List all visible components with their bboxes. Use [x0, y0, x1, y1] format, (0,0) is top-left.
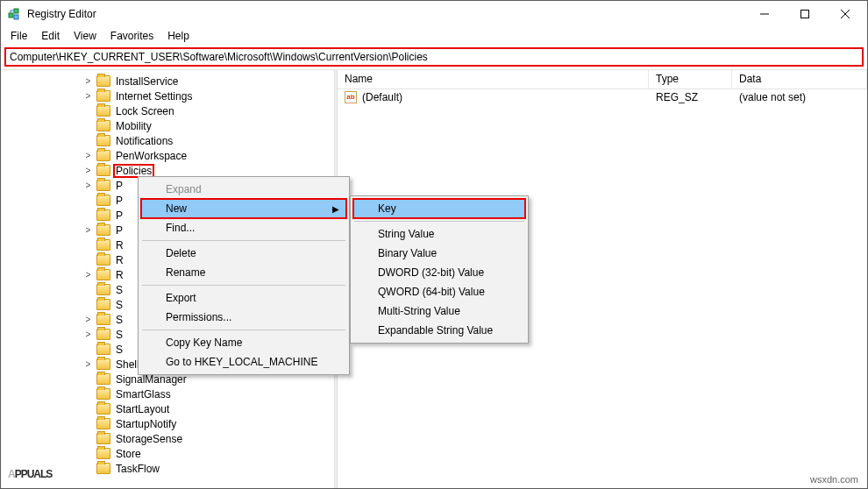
- tree-label: S: [114, 344, 125, 356]
- folder-icon: [96, 329, 110, 340]
- folder-icon: [96, 195, 110, 206]
- tree-label: TaskFlow: [114, 463, 161, 475]
- folder-icon: [96, 418, 110, 429]
- expand-icon[interactable]: >: [83, 330, 93, 339]
- menu-item[interactable]: Copy Key Name: [141, 333, 346, 352]
- tree-item[interactable]: Mobility: [82, 118, 334, 133]
- expand-icon[interactable]: >: [83, 315, 93, 324]
- tree-item[interactable]: StorageSense: [82, 431, 334, 446]
- folder-icon: [96, 180, 110, 191]
- menu-edit[interactable]: Edit: [35, 28, 66, 44]
- address-bar[interactable]: Computer\HKEY_CURRENT_USER\Software\Micr…: [4, 47, 864, 67]
- menu-help[interactable]: Help: [161, 28, 196, 44]
- context-menu: ExpandNew▶Find...DeleteRenameExportPermi…: [138, 176, 350, 375]
- tree-label: S: [114, 299, 125, 311]
- menu-item[interactable]: Binary Value: [353, 244, 525, 263]
- tree-item[interactable]: StartupNotify: [82, 416, 334, 431]
- expand-icon[interactable]: >: [83, 166, 93, 175]
- folder-icon: [96, 463, 110, 474]
- menu-item[interactable]: String Value: [353, 224, 525, 244]
- menu-view[interactable]: View: [68, 28, 103, 44]
- folder-icon: [96, 314, 110, 325]
- tree-label: InstallService: [114, 75, 180, 88]
- menu-item[interactable]: Multi-String Value: [353, 301, 525, 321]
- expand-icon[interactable]: >: [83, 91, 93, 101]
- context-submenu-new: KeyString ValueBinary ValueDWORD (32-bit…: [350, 195, 529, 344]
- window-title: Registry Editor: [27, 8, 96, 20]
- list-header: Name Type Data: [338, 70, 867, 89]
- tree-item[interactable]: SmartGlass: [82, 386, 334, 401]
- menu-favorites[interactable]: Favorites: [104, 28, 160, 44]
- menu-item[interactable]: Rename: [141, 263, 346, 282]
- col-data[interactable]: Data: [732, 70, 867, 89]
- menu-separator: [354, 221, 524, 222]
- tree-label: R: [114, 269, 125, 281]
- tree-label: StartupNotify: [114, 418, 178, 430]
- value-type: REG_SZ: [656, 91, 698, 103]
- tree-label: P: [114, 209, 125, 222]
- tree-item[interactable]: Store: [82, 446, 334, 461]
- title-bar: Registry Editor: [1, 1, 867, 27]
- menu-item[interactable]: New▶: [141, 199, 346, 218]
- menu-file[interactable]: File: [4, 28, 33, 44]
- tree-item[interactable]: Notifications: [82, 133, 334, 148]
- svg-rect-2: [14, 15, 18, 19]
- watermark-right: wsxdn.com: [810, 474, 858, 485]
- menu-item: Expand: [141, 180, 346, 199]
- tree-label: P: [114, 180, 125, 192]
- tree-label: Lock Screen: [114, 105, 176, 117]
- minimize-button[interactable]: [744, 1, 785, 27]
- tree-label: P: [114, 224, 125, 237]
- tree-label: StorageSense: [114, 433, 184, 445]
- expand-icon[interactable]: >: [83, 270, 93, 280]
- string-value-icon: ab: [345, 91, 357, 103]
- expand-icon[interactable]: >: [83, 181, 93, 190]
- folder-icon: [96, 75, 110, 87]
- folder-icon: [96, 90, 110, 102]
- submenu-arrow-icon: ▶: [332, 204, 339, 214]
- tree-label: S: [114, 329, 125, 341]
- folder-icon: [96, 403, 110, 415]
- expand-icon[interactable]: >: [83, 76, 93, 86]
- folder-icon: [96, 150, 110, 161]
- folder-icon: [96, 224, 110, 236]
- menu-item[interactable]: Key: [353, 199, 525, 218]
- folder-icon: [96, 254, 110, 266]
- menu-item[interactable]: Delete: [141, 244, 346, 263]
- tree-item[interactable]: StartLayout: [82, 401, 334, 416]
- folder-icon: [96, 358, 110, 370]
- menu-separator: [142, 240, 345, 241]
- folder-icon: [96, 433, 110, 444]
- tree-label: Mobility: [114, 120, 153, 132]
- menu-item[interactable]: Expandable String Value: [353, 321, 525, 340]
- tree-item[interactable]: >InstallService: [82, 74, 334, 89]
- value-data: (value not set): [739, 91, 806, 103]
- folder-icon: [96, 299, 110, 310]
- expand-icon[interactable]: >: [83, 151, 93, 160]
- col-name[interactable]: Name: [338, 70, 649, 89]
- menu-item[interactable]: Export: [141, 288, 346, 308]
- folder-icon: [96, 388, 110, 400]
- expand-icon[interactable]: >: [83, 225, 93, 235]
- watermark-left: APPUALS: [8, 458, 52, 483]
- menu-item[interactable]: DWORD (32-bit) Value: [353, 263, 525, 282]
- svg-rect-4: [801, 11, 809, 18]
- folder-icon: [96, 209, 110, 221]
- menu-item[interactable]: QWORD (64-bit) Value: [353, 282, 525, 301]
- col-type[interactable]: Type: [649, 70, 732, 89]
- tree-item[interactable]: Lock Screen: [82, 103, 334, 118]
- tree-label: S: [114, 284, 125, 296]
- folder-icon: [96, 344, 110, 355]
- value-row[interactable]: ab (Default) REG_SZ (value not set): [338, 89, 867, 105]
- menu-item[interactable]: Permissions...: [141, 308, 346, 327]
- menu-item[interactable]: Go to HKEY_LOCAL_MACHINE: [141, 352, 346, 372]
- expand-icon[interactable]: >: [83, 359, 93, 369]
- tree-item[interactable]: TaskFlow: [82, 461, 334, 476]
- tree-item[interactable]: >PenWorkspace: [82, 148, 334, 163]
- maximize-button[interactable]: [785, 1, 825, 27]
- tree-item[interactable]: >Internet Settings: [82, 89, 334, 103]
- menu-separator: [142, 330, 345, 330]
- close-button[interactable]: [825, 1, 865, 27]
- tree-label: Policies: [114, 165, 153, 177]
- menu-item[interactable]: Find...: [141, 218, 346, 237]
